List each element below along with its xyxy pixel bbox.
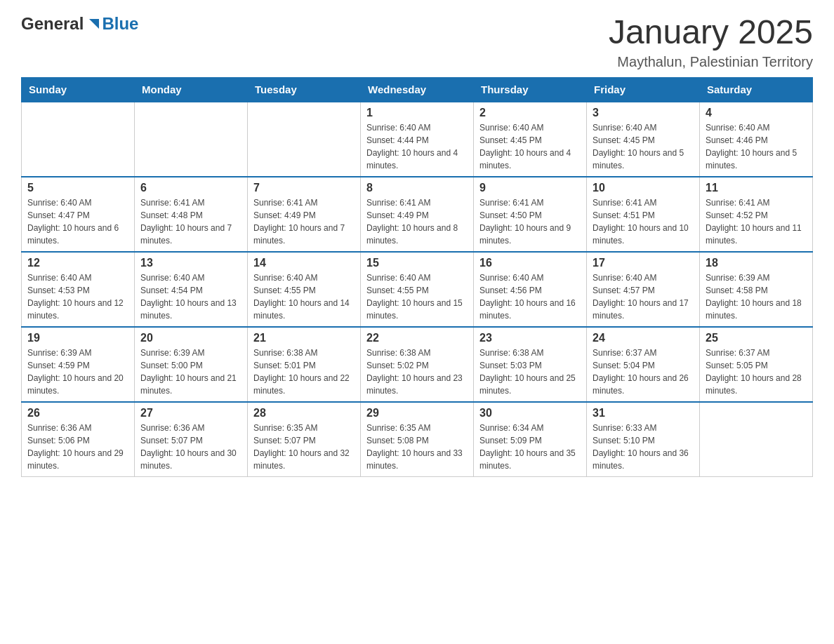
day-number: 9	[479, 182, 581, 194]
weekday-header-row: SundayMondayTuesdayWednesdayThursdayFrid…	[22, 77, 813, 102]
weekday-header-sunday: Sunday	[22, 77, 135, 102]
day-number: 10	[593, 182, 694, 194]
day-cell: 19Sunrise: 6:39 AMSunset: 4:59 PMDayligh…	[22, 327, 135, 402]
day-info: Sunrise: 6:38 AMSunset: 5:02 PMDaylight:…	[366, 347, 468, 397]
day-number: 15	[366, 257, 468, 269]
day-cell: 12Sunrise: 6:40 AMSunset: 4:53 PMDayligh…	[22, 252, 135, 327]
day-number: 12	[27, 257, 128, 269]
day-info: Sunrise: 6:40 AMSunset: 4:53 PMDaylight:…	[27, 271, 128, 322]
day-info: Sunrise: 6:41 AMSunset: 4:49 PMDaylight:…	[253, 196, 355, 247]
week-row-5: 26Sunrise: 6:36 AMSunset: 5:06 PMDayligh…	[22, 402, 813, 477]
day-info: Sunrise: 6:38 AMSunset: 5:01 PMDaylight:…	[253, 347, 355, 397]
day-number: 4	[706, 107, 807, 119]
day-info: Sunrise: 6:33 AMSunset: 5:10 PMDaylight:…	[593, 422, 694, 472]
day-cell: 14Sunrise: 6:40 AMSunset: 4:55 PMDayligh…	[248, 252, 361, 327]
day-info: Sunrise: 6:39 AMSunset: 5:00 PMDaylight:…	[140, 347, 241, 397]
day-number: 22	[366, 332, 468, 344]
week-row-3: 12Sunrise: 6:40 AMSunset: 4:53 PMDayligh…	[22, 252, 813, 327]
day-cell	[700, 402, 813, 477]
day-number: 23	[479, 332, 581, 344]
day-info: Sunrise: 6:40 AMSunset: 4:57 PMDaylight:…	[593, 271, 694, 322]
weekday-header-tuesday: Tuesday	[248, 77, 361, 102]
day-cell	[135, 102, 248, 177]
day-number: 1	[366, 107, 468, 119]
day-info: Sunrise: 6:39 AMSunset: 4:59 PMDaylight:…	[27, 347, 128, 397]
day-info: Sunrise: 6:35 AMSunset: 5:07 PMDaylight:…	[253, 422, 355, 472]
day-number: 8	[366, 182, 468, 194]
day-number: 13	[140, 257, 241, 269]
day-cell: 15Sunrise: 6:40 AMSunset: 4:55 PMDayligh…	[361, 252, 474, 327]
day-info: Sunrise: 6:34 AMSunset: 5:09 PMDaylight:…	[479, 422, 581, 472]
calendar-title: January 2025	[609, 14, 813, 51]
day-number: 29	[366, 407, 468, 420]
day-cell: 31Sunrise: 6:33 AMSunset: 5:10 PMDayligh…	[587, 402, 700, 477]
day-number: 19	[27, 332, 128, 344]
day-number: 18	[706, 257, 807, 269]
day-cell: 26Sunrise: 6:36 AMSunset: 5:06 PMDayligh…	[22, 402, 135, 477]
day-cell	[248, 102, 361, 177]
logo-triangle-icon	[86, 16, 102, 32]
day-info: Sunrise: 6:40 AMSunset: 4:54 PMDaylight:…	[140, 271, 241, 322]
svg-marker-0	[89, 19, 99, 29]
day-info: Sunrise: 6:41 AMSunset: 4:49 PMDaylight:…	[366, 196, 468, 247]
day-number: 31	[593, 407, 694, 420]
day-cell: 24Sunrise: 6:37 AMSunset: 5:04 PMDayligh…	[587, 327, 700, 402]
day-cell: 8Sunrise: 6:41 AMSunset: 4:49 PMDaylight…	[361, 177, 474, 252]
day-info: Sunrise: 6:40 AMSunset: 4:55 PMDaylight:…	[253, 271, 355, 322]
day-number: 21	[253, 332, 355, 344]
day-cell: 16Sunrise: 6:40 AMSunset: 4:56 PMDayligh…	[474, 252, 587, 327]
day-cell: 2Sunrise: 6:40 AMSunset: 4:45 PMDaylight…	[474, 102, 587, 177]
day-cell: 21Sunrise: 6:38 AMSunset: 5:01 PMDayligh…	[248, 327, 361, 402]
day-cell: 27Sunrise: 6:36 AMSunset: 5:07 PMDayligh…	[135, 402, 248, 477]
header: General Blue January 2025 Maythalun, Pal…	[21, 14, 813, 70]
day-number: 6	[140, 182, 241, 194]
day-info: Sunrise: 6:36 AMSunset: 5:07 PMDaylight:…	[140, 422, 241, 472]
weekday-header-saturday: Saturday	[700, 77, 813, 102]
day-info: Sunrise: 6:40 AMSunset: 4:56 PMDaylight:…	[479, 271, 581, 322]
day-cell: 7Sunrise: 6:41 AMSunset: 4:49 PMDaylight…	[248, 177, 361, 252]
day-cell: 25Sunrise: 6:37 AMSunset: 5:05 PMDayligh…	[700, 327, 813, 402]
day-number: 30	[479, 407, 581, 420]
day-number: 17	[593, 257, 694, 269]
day-cell: 17Sunrise: 6:40 AMSunset: 4:57 PMDayligh…	[587, 252, 700, 327]
title-area: January 2025 Maythalun, Palestinian Terr…	[609, 14, 813, 70]
day-info: Sunrise: 6:36 AMSunset: 5:06 PMDaylight:…	[27, 422, 128, 472]
day-cell: 10Sunrise: 6:41 AMSunset: 4:51 PMDayligh…	[587, 177, 700, 252]
day-number: 3	[593, 107, 694, 119]
day-cell: 5Sunrise: 6:40 AMSunset: 4:47 PMDaylight…	[22, 177, 135, 252]
day-cell: 18Sunrise: 6:39 AMSunset: 4:58 PMDayligh…	[700, 252, 813, 327]
day-info: Sunrise: 6:41 AMSunset: 4:51 PMDaylight:…	[593, 196, 694, 247]
day-number: 27	[140, 407, 241, 420]
week-row-4: 19Sunrise: 6:39 AMSunset: 4:59 PMDayligh…	[22, 327, 813, 402]
day-info: Sunrise: 6:35 AMSunset: 5:08 PMDaylight:…	[366, 422, 468, 472]
day-info: Sunrise: 6:41 AMSunset: 4:48 PMDaylight:…	[140, 196, 241, 247]
day-number: 11	[706, 182, 807, 194]
day-info: Sunrise: 6:40 AMSunset: 4:44 PMDaylight:…	[366, 121, 468, 172]
day-info: Sunrise: 6:39 AMSunset: 4:58 PMDaylight:…	[706, 271, 807, 322]
day-info: Sunrise: 6:41 AMSunset: 4:52 PMDaylight:…	[706, 196, 807, 247]
day-number: 2	[479, 107, 581, 119]
day-number: 14	[253, 257, 355, 269]
day-cell: 20Sunrise: 6:39 AMSunset: 5:00 PMDayligh…	[135, 327, 248, 402]
day-number: 25	[706, 332, 807, 344]
day-number: 20	[140, 332, 241, 344]
day-number: 5	[27, 182, 128, 194]
day-cell: 6Sunrise: 6:41 AMSunset: 4:48 PMDaylight…	[135, 177, 248, 252]
day-number: 24	[593, 332, 694, 344]
day-info: Sunrise: 6:37 AMSunset: 5:04 PMDaylight:…	[593, 347, 694, 397]
logo-general-text: General	[21, 14, 84, 34]
day-info: Sunrise: 6:37 AMSunset: 5:05 PMDaylight:…	[706, 347, 807, 397]
weekday-header-wednesday: Wednesday	[361, 77, 474, 102]
day-info: Sunrise: 6:40 AMSunset: 4:46 PMDaylight:…	[706, 121, 807, 172]
weekday-header-monday: Monday	[135, 77, 248, 102]
day-cell: 9Sunrise: 6:41 AMSunset: 4:50 PMDaylight…	[474, 177, 587, 252]
day-cell: 22Sunrise: 6:38 AMSunset: 5:02 PMDayligh…	[361, 327, 474, 402]
calendar-subtitle: Maythalun, Palestinian Territory	[609, 54, 813, 70]
week-row-1: 1Sunrise: 6:40 AMSunset: 4:44 PMDaylight…	[22, 102, 813, 177]
day-cell: 1Sunrise: 6:40 AMSunset: 4:44 PMDaylight…	[361, 102, 474, 177]
day-number: 28	[253, 407, 355, 420]
day-info: Sunrise: 6:40 AMSunset: 4:45 PMDaylight:…	[593, 121, 694, 172]
day-number: 26	[27, 407, 128, 420]
day-info: Sunrise: 6:41 AMSunset: 4:50 PMDaylight:…	[479, 196, 581, 247]
day-info: Sunrise: 6:40 AMSunset: 4:47 PMDaylight:…	[27, 196, 128, 247]
